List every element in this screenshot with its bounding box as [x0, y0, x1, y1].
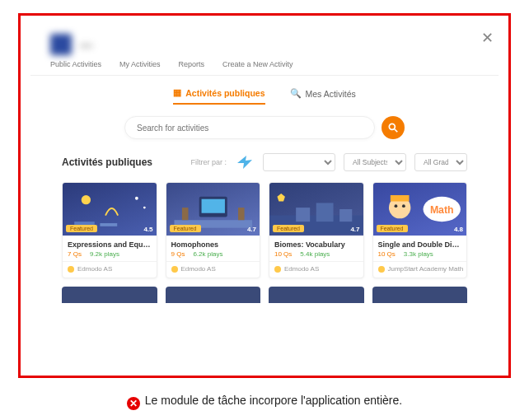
svg-rect-14 — [316, 203, 334, 222]
tab-public-activities[interactable]: ▦ Activités publiques — [173, 87, 264, 105]
nav-public-activities[interactable]: Public Activities — [50, 60, 101, 68]
card-meta: 7 Qs 9.2k plays — [63, 250, 157, 261]
card-questions: 10 Qs — [378, 250, 396, 258]
card-author: Edmodo AS — [269, 261, 363, 278]
svg-point-6 — [143, 207, 146, 209]
svg-point-2 — [82, 195, 91, 204]
activity-card-peek[interactable] — [62, 287, 157, 303]
featured-badge: Featured — [377, 225, 408, 232]
svg-point-17 — [394, 204, 397, 208]
filter-label: Filtrer par : — [190, 158, 227, 166]
card-meta: 10 Qs 5.4k plays — [269, 250, 363, 261]
card-rating: 4.5 — [143, 226, 152, 233]
activity-card[interactable]: Math Featured 4.8 Single and Double Digi… — [372, 182, 468, 278]
app-title: — — [80, 38, 92, 52]
app-logo — [50, 34, 72, 55]
featured-badge: Featured — [273, 225, 304, 232]
svg-text:Math: Math — [429, 204, 453, 216]
svg-point-0 — [389, 124, 395, 129]
card-questions: 9 Qs — [171, 250, 185, 258]
top-nav: Public Activities My Activities Reports … — [30, 55, 499, 76]
filter-grade-select[interactable]: All Grades — [414, 153, 467, 171]
search-row — [124, 116, 405, 139]
card-plays: 5.4k plays — [300, 250, 330, 258]
card-meta: 9 Qs 6.2k plays — [166, 250, 260, 261]
tab-label: Mes Activités — [306, 89, 356, 99]
caption-text: Le module de tâche incorpore l'applicati… — [145, 394, 402, 407]
search-icon — [387, 122, 399, 133]
author-name: Edmodo AS — [181, 265, 216, 273]
activity-card-peek[interactable] — [166, 287, 261, 303]
search-button[interactable] — [382, 116, 405, 139]
card-title: Expressions and Equati… — [63, 236, 157, 250]
author-avatar — [171, 266, 178, 273]
svg-rect-13 — [296, 208, 310, 222]
search-input[interactable] — [124, 116, 375, 139]
card-author: JumpStart Academy Math — [373, 261, 467, 278]
activity-card-peek[interactable] — [269, 287, 364, 303]
task-module: ✕ — Public Activities My Activities Repo… — [30, 24, 499, 376]
svg-rect-19 — [390, 195, 409, 202]
author-avatar — [68, 266, 74, 273]
author-name: Edmodo AS — [284, 265, 319, 273]
card-title: Homophones — [166, 236, 260, 250]
svg-rect-8 — [201, 199, 224, 213]
card-thumbnail: Featured 4.7 — [269, 183, 363, 236]
activity-card-peek[interactable] — [372, 287, 468, 303]
filter-row: Activités publiques Filtrer par : All Su… — [30, 152, 499, 172]
featured-badge: Featured — [170, 225, 201, 232]
author-name: Edmodo AS — [77, 265, 112, 273]
filter-subject-select[interactable]: All Subjects — [344, 153, 406, 171]
activity-card[interactable]: Featured 4.7 Biomes: Vocabulary 10 Qs 5.… — [269, 182, 364, 278]
activity-grid-row2 — [30, 287, 499, 303]
card-meta: 10 Qs 3.3k plays — [373, 250, 467, 261]
activity-card[interactable]: Featured 4.5 Expressions and Equati… 7 Q… — [62, 182, 157, 278]
card-thumbnail: Featured 4.5 — [63, 183, 157, 236]
card-plays: 9.2k plays — [90, 250, 119, 258]
card-title: Single and Double Digit… — [373, 236, 467, 250]
screenshot-frame: ✕ — Public Activities My Activities Repo… — [18, 13, 511, 378]
svg-rect-15 — [339, 209, 352, 222]
card-thumbnail: Math Featured 4.8 — [373, 183, 467, 236]
svg-point-18 — [401, 204, 405, 208]
card-author: Edmodo AS — [63, 261, 157, 278]
card-questions: 10 Qs — [274, 250, 292, 258]
bird-icon — [235, 152, 255, 172]
card-rating: 4.7 — [350, 226, 359, 233]
svg-rect-11 — [238, 208, 245, 220]
author-name: JumpStart Academy Math — [388, 265, 464, 273]
nav-my-activities[interactable]: My Activities — [119, 60, 161, 68]
featured-badge: Featured — [66, 225, 97, 232]
activity-grid: Featured 4.5 Expressions and Equati… 7 Q… — [30, 182, 499, 278]
nav-reports[interactable]: Reports — [179, 60, 205, 68]
card-plays: 3.3k plays — [404, 250, 433, 258]
nav-create-activity[interactable]: Create a New Activity — [222, 60, 293, 68]
svg-rect-4 — [100, 223, 117, 226]
section-title: Activités publiques — [62, 156, 152, 168]
svg-rect-10 — [181, 208, 188, 220]
figure-caption: ✕Le module de tâche incorpore l'applicat… — [0, 394, 529, 410]
card-author: Edmodo AS — [166, 261, 260, 278]
tab-my-activities[interactable]: 🔍 Mes Activités — [290, 87, 356, 105]
tab-label: Activités publiques — [185, 88, 264, 98]
author-avatar — [274, 266, 281, 273]
svg-line-1 — [395, 129, 398, 133]
grid-icon: ▦ — [173, 87, 181, 98]
filter-category-select[interactable] — [263, 153, 335, 171]
search-icon: 🔍 — [290, 88, 302, 99]
activity-card[interactable]: Featured 4.7 Homophones 9 Qs 6.2k plays … — [166, 182, 261, 278]
error-icon: ✕ — [127, 397, 140, 410]
card-title: Biomes: Vocabulary — [269, 236, 363, 250]
card-questions: 7 Qs — [68, 250, 82, 258]
card-rating: 4.7 — [247, 226, 256, 233]
content-tabs: ▦ Activités publiques 🔍 Mes Activités — [30, 87, 499, 105]
card-rating: 4.8 — [454, 226, 463, 233]
app-header: — — [30, 24, 499, 55]
card-thumbnail: Featured 4.7 — [166, 183, 260, 236]
author-avatar — [378, 266, 385, 273]
card-plays: 6.2k plays — [193, 250, 222, 258]
svg-point-5 — [135, 197, 138, 200]
